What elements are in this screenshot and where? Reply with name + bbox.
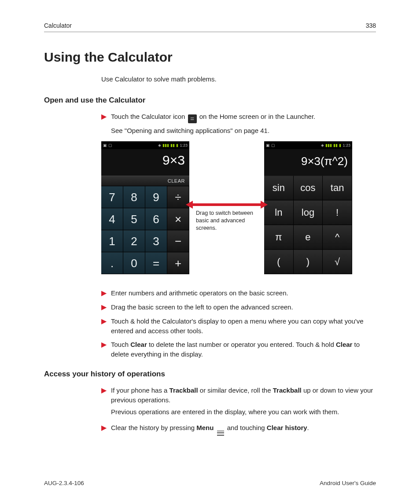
- notif-icon: ▣: [266, 143, 270, 147]
- text-fragment: and touching: [227, 424, 267, 431]
- step-text: Drag the basic screen to the left to ope…: [111, 302, 376, 312]
- function-key[interactable]: sin: [264, 176, 294, 200]
- step-clear-history: ▶ Clear the history by pressing Menu and…: [101, 423, 376, 436]
- operator-key[interactable]: ×: [167, 208, 189, 230]
- text-fragment: Touch: [111, 341, 130, 348]
- status-bar: ▣▢ ◈▮▮▮▮▮▮1:23: [101, 141, 189, 149]
- previous-ops-note: Previous operations are entered in the d…: [111, 407, 376, 417]
- bold-term: Menu: [196, 424, 214, 431]
- bullet-icon: ▶: [101, 386, 111, 395]
- notif-icon: ▢: [108, 143, 112, 147]
- bold-term: Clear history: [267, 424, 307, 431]
- clear-button[interactable]: CLEAR: [101, 176, 189, 186]
- bold-term: Trackball: [169, 386, 198, 394]
- function-key[interactable]: log: [294, 200, 323, 225]
- bullet-icon: ▶: [101, 302, 111, 312]
- digit-key[interactable]: 1: [101, 230, 123, 252]
- gps-icon: ◈: [321, 143, 324, 147]
- text-fragment: .: [307, 424, 309, 431]
- intro-text: Use Calculator to solve math problems.: [101, 75, 376, 83]
- step-enter-numbers: ▶ Enter numbers and arithmetic operators…: [101, 288, 376, 298]
- header-section: Calculator: [44, 22, 72, 29]
- bold-term: Clear: [130, 341, 147, 348]
- wifi-icon: ▮▮: [333, 143, 338, 147]
- digit-key[interactable]: 3: [145, 230, 167, 252]
- step-text: Touch the Calculator icon = on the Home …: [111, 112, 376, 123]
- text-fragment: Touch the Calculator icon: [111, 113, 187, 120]
- digit-key[interactable]: .: [101, 252, 123, 274]
- status-bar: ▣▢ ◈▮▮▮▮▮▮1:23: [264, 141, 352, 149]
- digit-key[interactable]: =: [145, 252, 167, 274]
- page-footer: AUG-2.3.4-106 Android User's Guide: [44, 480, 376, 486]
- text-fragment: Clear the history by pressing: [111, 424, 196, 431]
- digit-key[interactable]: 6: [145, 208, 167, 230]
- function-key[interactable]: ^: [323, 225, 352, 250]
- digit-key[interactable]: 7: [101, 186, 123, 208]
- section-heading-open: Open and use the Calculator: [44, 96, 376, 105]
- drag-note: Drag to switch between basic and advance…: [196, 210, 258, 232]
- text-fragment: If your phone has a: [111, 386, 169, 394]
- header-page-number: 338: [366, 22, 376, 29]
- step-touch-hold-display: ▶ Touch & hold the Calculator's display …: [101, 316, 376, 336]
- function-key[interactable]: e: [294, 225, 323, 250]
- step-text: Touch & hold the Calculator's display to…: [111, 316, 376, 336]
- bullet-icon: ▶: [101, 340, 111, 349]
- function-key[interactable]: π: [264, 225, 294, 250]
- calculator-advanced-screenshot: ▣▢ ◈▮▮▮▮▮▮1:23 9×3(π^2) sincostanlnlog!π…: [264, 141, 352, 274]
- step-trackball: ▶ If your phone has a Trackball or simil…: [101, 386, 376, 405]
- bold-term: Clear: [336, 341, 353, 348]
- calculator-display[interactable]: 9×3(π^2): [264, 149, 352, 176]
- digit-key[interactable]: 4: [101, 208, 123, 230]
- signal-icon: ▮▮▮: [162, 143, 169, 147]
- signal-icon: ▮▮▮: [325, 143, 332, 147]
- calculator-basic-screenshot: ▣▢ ◈▮▮▮▮▮▮1:23 9×3 CLEAR 789÷456×123−.0=…: [101, 141, 189, 274]
- basic-keypad: 789÷456×123−.0=+: [101, 186, 189, 274]
- function-key[interactable]: tan: [323, 176, 352, 200]
- function-key[interactable]: ): [294, 250, 323, 274]
- step-text: Enter numbers and arithmetic operators o…: [111, 288, 376, 298]
- text-fragment: on the Home screen or in the Launcher.: [199, 113, 316, 120]
- battery-icon: ▮: [176, 143, 178, 147]
- advanced-keypad: sincostanlnlog!πe^()√: [264, 176, 352, 274]
- step-drag-advanced: ▶ Drag the basic screen to the left to o…: [101, 302, 376, 312]
- bullet-icon: ▶: [101, 316, 111, 326]
- function-key[interactable]: !: [323, 200, 352, 225]
- function-key[interactable]: √: [323, 250, 352, 274]
- function-key[interactable]: (: [264, 250, 294, 274]
- digit-key[interactable]: 5: [123, 208, 145, 230]
- page-title: Using the Calculator: [44, 50, 376, 65]
- notif-icon: ▢: [271, 143, 275, 147]
- footer-doc-id: AUG-2.3.4-106: [44, 480, 84, 486]
- digit-key[interactable]: 0: [123, 252, 145, 274]
- step-text: Touch Clear to delete the last number or…: [111, 340, 376, 359]
- wifi-icon: ▮▮: [170, 143, 175, 147]
- step-open-calculator: ▶ Touch the Calculator icon = on the Hom…: [101, 112, 376, 123]
- bold-term: Trackball: [273, 386, 302, 394]
- drag-arrow-icon: [186, 201, 268, 209]
- calculator-display[interactable]: 9×3: [101, 149, 189, 176]
- menu-icon: [217, 430, 224, 436]
- calculator-icon: =: [188, 114, 197, 123]
- battery-icon: ▮: [339, 143, 341, 147]
- step-touch-clear: ▶ Touch Clear to delete the last number …: [101, 340, 376, 359]
- digit-key[interactable]: 9: [145, 186, 167, 208]
- notif-icon: ▣: [103, 143, 107, 147]
- bullet-icon: ▶: [101, 423, 111, 433]
- page: Calculator 338 Using the Calculator Use …: [0, 0, 420, 504]
- status-time: 1:23: [343, 143, 350, 147]
- digit-key[interactable]: 2: [123, 230, 145, 252]
- digit-key[interactable]: 8: [123, 186, 145, 208]
- function-key[interactable]: cos: [294, 176, 323, 200]
- see-reference: See "Opening and switching applications"…: [111, 126, 376, 136]
- text-fragment: to delete the last number or operator yo…: [147, 341, 336, 348]
- section-heading-history: Access your history of operations: [44, 370, 376, 379]
- footer-guide-name: Android User's Guide: [320, 480, 376, 486]
- bullet-icon: ▶: [101, 288, 111, 298]
- operator-key[interactable]: +: [167, 252, 189, 274]
- function-key[interactable]: ln: [264, 200, 294, 225]
- operator-key[interactable]: −: [167, 230, 189, 252]
- bullet-icon: ▶: [101, 112, 111, 121]
- screenshots-area: ▣▢ ◈▮▮▮▮▮▮1:23 9×3 CLEAR 789÷456×123−.0=…: [101, 141, 376, 282]
- page-header: Calculator 338: [44, 22, 376, 32]
- text-fragment: or similar device, roll the: [198, 386, 273, 394]
